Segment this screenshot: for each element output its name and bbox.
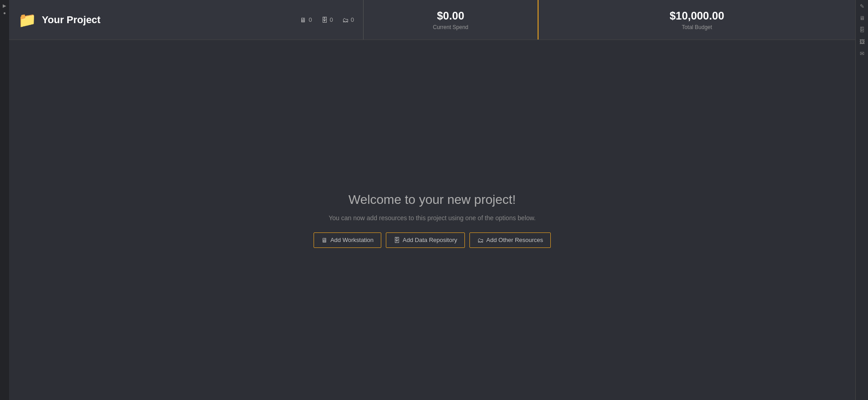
other-count-value: 0 [351, 16, 354, 23]
welcome-title: Welcome to your new project! [349, 193, 516, 207]
add-workstation-button[interactable]: 🖥 Add Workstation [314, 232, 381, 248]
edit-icon[interactable]: ✎ [860, 4, 864, 9]
action-buttons: 🖥 Add Workstation 🗄 Add Data Repository … [314, 232, 551, 248]
monitor-icon[interactable]: 🖥 [859, 15, 865, 21]
other-icon: 🗂 [342, 16, 349, 24]
spend-label: Current Spend [433, 24, 468, 30]
repository-count-value: 0 [330, 16, 333, 23]
right-sidebar: ✎ 🖥 🗄 🖼 ✉ [855, 0, 868, 400]
main-area: 📁 Your Project 🖥 0 🗄 0 🗂 0 $0.00 [9, 0, 855, 400]
repository-icon: 🗄 [321, 16, 328, 24]
image-icon[interactable]: 🖼 [859, 39, 865, 44]
welcome-subtitle: You can now add resources to this projec… [329, 214, 536, 222]
add-other-resources-label: Add Other Resources [486, 237, 543, 243]
repository-count: 🗄 0 [321, 16, 333, 24]
header-budget: $10,000.00 Total Budget [539, 0, 855, 40]
budget-label: Total Budget [682, 24, 712, 30]
add-data-repository-button[interactable]: 🗄 Add Data Repository [386, 232, 465, 248]
add-data-repository-icon: 🗄 [394, 237, 400, 244]
mail-icon[interactable]: ✉ [860, 51, 864, 56]
add-workstation-icon: 🖥 [321, 237, 328, 244]
project-title: Your Project [42, 14, 100, 26]
add-data-repository-label: Add Data Repository [403, 237, 457, 243]
header: 📁 Your Project 🖥 0 🗄 0 🗂 0 $0.00 [9, 0, 855, 40]
workstation-count: 🖥 0 [300, 16, 312, 24]
left-sidebar-icon-arrow[interactable]: ▶ [3, 4, 6, 8]
budget-amount: $10,000.00 [669, 10, 724, 22]
header-spend: $0.00 Current Spend [364, 0, 539, 40]
workstation-count-value: 0 [309, 16, 312, 23]
left-sidebar-icon-dot[interactable]: ● [3, 11, 6, 15]
folder-icon: 📁 [18, 11, 36, 29]
resource-counts: 🖥 0 🗄 0 🗂 0 [300, 16, 354, 24]
left-sidebar: ▶ ● [0, 0, 9, 400]
add-other-resources-icon: 🗂 [477, 237, 484, 244]
workstation-icon: 🖥 [300, 16, 306, 24]
header-project: 📁 Your Project 🖥 0 🗄 0 🗂 0 [9, 0, 364, 40]
other-count: 🗂 0 [342, 16, 354, 24]
welcome-panel: Welcome to your new project! You can now… [314, 193, 551, 248]
spend-amount: $0.00 [437, 10, 464, 22]
add-workstation-label: Add Workstation [330, 237, 374, 243]
storage-icon[interactable]: 🗄 [859, 27, 865, 33]
main-content: Welcome to your new project! You can now… [9, 40, 855, 400]
add-other-resources-button[interactable]: 🗂 Add Other Resources [469, 232, 551, 248]
